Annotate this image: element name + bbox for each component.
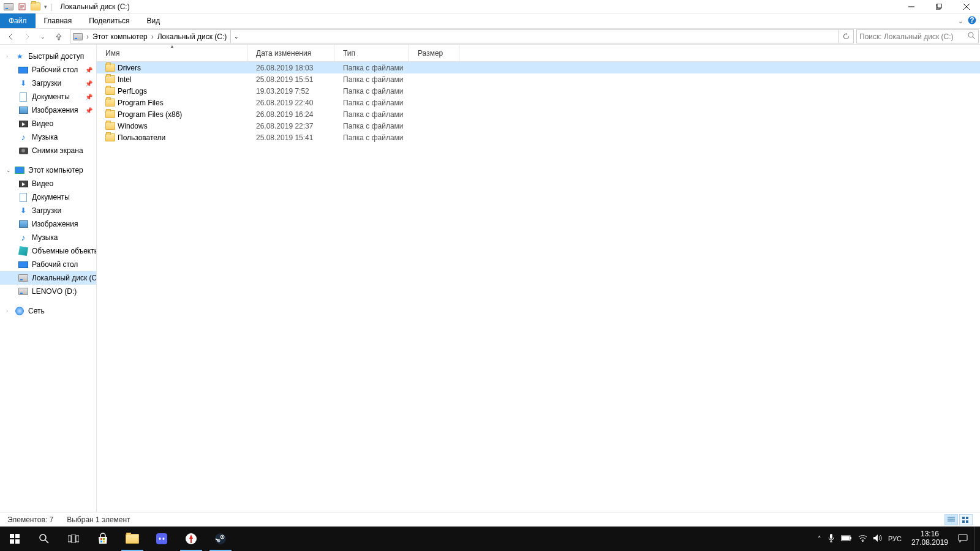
svg-rect-2 (937, 4, 941, 8)
desktop-icon (18, 65, 28, 75)
cube-icon (18, 246, 28, 256)
tray-language[interactable]: РУС (888, 535, 902, 542)
svg-rect-15 (68, 536, 71, 542)
nav-label: Рабочий стол (32, 260, 78, 269)
column-name[interactable]: ▴Имя (97, 45, 247, 61)
tab-file[interactable]: Файл (0, 13, 36, 28)
show-desktop-button[interactable] (974, 527, 978, 551)
nav-pc-downloads[interactable]: ⬇Загрузки (0, 204, 96, 217)
breadcrumb-current[interactable]: Локальный диск (C:) (157, 32, 227, 41)
recent-dropdown-icon[interactable]: ⌄ (36, 29, 50, 44)
chevron-right-icon[interactable]: › (151, 32, 154, 41)
file-date: 26.08.2019 22:37 (256, 122, 313, 130)
nav-pc-documents[interactable]: Документы (0, 190, 96, 204)
help-icon[interactable]: ? (968, 16, 976, 26)
file-row[interactable]: Intel25.08.2019 15:51Папка с файлами (97, 73, 980, 85)
search-button[interactable] (29, 527, 59, 551)
svg-point-24 (163, 538, 165, 540)
column-label: Размер (418, 49, 443, 58)
nav-pc-music[interactable]: ♪Музыка (0, 231, 96, 244)
up-button[interactable] (51, 29, 66, 44)
address-dropdown-icon[interactable]: ⌄ (230, 30, 241, 43)
nav-desktop[interactable]: Рабочий стол📌 (0, 63, 96, 77)
column-size[interactable]: Размер (409, 45, 459, 61)
icons-view-button[interactable] (959, 514, 973, 525)
svg-text:?: ? (970, 16, 974, 24)
nav-screenshots[interactable]: Снимки экрана (0, 144, 96, 157)
taskbar-steam[interactable] (206, 527, 235, 551)
folder-icon (31, 2, 40, 12)
svg-rect-9 (966, 520, 968, 523)
qat-dropdown-icon[interactable]: ▾ (44, 4, 47, 10)
back-button[interactable] (4, 29, 18, 44)
file-row[interactable]: Drivers26.08.2019 18:03Папка с файлами (97, 62, 980, 73)
column-type[interactable]: Тип (334, 45, 409, 61)
folder-icon (105, 86, 115, 96)
tray-chevron-up-icon[interactable]: ˄ (818, 535, 821, 543)
tray-microphone-icon[interactable] (827, 534, 835, 544)
ribbon-expand-icon[interactable]: ⌄ (958, 18, 963, 24)
file-list: Drivers26.08.2019 18:03Папка с файламиIn… (97, 62, 980, 512)
column-date[interactable]: Дата изменения (247, 45, 334, 61)
tray-notifications-icon[interactable] (958, 533, 968, 545)
file-name: Program Files (118, 99, 164, 107)
nav-label: Видео (32, 119, 53, 128)
nav-pc-3d[interactable]: Объемные объекты (0, 244, 96, 258)
nav-pc-video[interactable]: Видео (0, 177, 96, 190)
file-type: Папка с файлами (343, 133, 404, 142)
nav-network[interactable]: › Сеть (0, 304, 96, 318)
tray-wifi-icon[interactable] (858, 534, 867, 544)
file-row[interactable]: PerfLogs19.03.2019 7:52Папка с файлами (97, 85, 980, 97)
nav-video[interactable]: Видео (0, 117, 96, 130)
tray-volume-icon[interactable] (873, 534, 882, 544)
taskbar-explorer[interactable] (118, 527, 147, 551)
nav-pc-ddrive[interactable]: LENOVO (D:) (0, 285, 96, 298)
file-row[interactable]: Program Files (x86)26.08.2019 16:24Папка… (97, 108, 980, 120)
tray-battery-icon[interactable] (841, 534, 852, 543)
file-row[interactable]: Program Files26.08.2019 22:40Папка с фай… (97, 97, 980, 108)
file-date: 26.08.2019 22:40 (256, 99, 313, 107)
nav-quick-access[interactable]: › ★ Быстрый доступ (0, 50, 96, 63)
tab-view[interactable]: Вид (138, 13, 168, 28)
breadcrumb-this-pc[interactable]: Этот компьютер (92, 32, 148, 41)
task-view-button[interactable] (59, 527, 88, 551)
search-box[interactable]: Поиск: Локальный диск (C:) (856, 29, 979, 43)
pin-icon: 📌 (85, 94, 92, 100)
taskbar-yandex[interactable] (176, 527, 206, 551)
properties-icon[interactable] (17, 2, 27, 12)
taskbar-discord[interactable] (147, 527, 176, 551)
tab-share[interactable]: Поделиться (80, 13, 138, 28)
nav-pictures[interactable]: Изображения📌 (0, 103, 96, 117)
svg-rect-16 (72, 534, 75, 543)
refresh-button[interactable] (839, 30, 853, 43)
nav-pc-pictures[interactable]: Изображения (0, 217, 96, 231)
file-name: PerfLogs (118, 87, 147, 96)
nav-label: Снимки экрана (32, 146, 83, 155)
file-row[interactable]: Windows26.08.2019 22:37Папка с файлами (97, 120, 980, 132)
taskbar-store[interactable] (88, 527, 118, 551)
start-button[interactable] (0, 527, 29, 551)
close-button[interactable] (952, 0, 980, 13)
navigation-pane: › ★ Быстрый доступ Рабочий стол📌 ⬇Загруз… (0, 45, 97, 512)
maximize-button[interactable] (925, 0, 952, 13)
address-box[interactable]: › Этот компьютер › Локальный диск (C:) ⌄ (70, 29, 854, 43)
tab-home[interactable]: Главная (36, 13, 81, 28)
tray-clock[interactable]: 13:16 27.08.2019 (908, 530, 952, 547)
file-row[interactable]: Пользователи25.08.2019 15:41Папка с файл… (97, 132, 980, 143)
svg-rect-6 (962, 517, 965, 519)
details-view-button[interactable] (944, 514, 958, 525)
file-type: Папка с файлами (343, 99, 404, 107)
chevron-right-icon[interactable]: › (86, 32, 89, 41)
forward-button[interactable] (20, 29, 34, 44)
nav-documents[interactable]: Документы📌 (0, 90, 96, 103)
nav-pc-cdrive[interactable]: Локальный диск (C:) (0, 271, 96, 285)
system-tray: ˄ РУС 13:16 27.08.2019 (818, 527, 980, 551)
nav-pc-desktop[interactable]: Рабочий стол (0, 258, 96, 271)
nav-music[interactable]: ♪Музыка (0, 130, 96, 144)
file-name: Windows (118, 122, 148, 130)
nav-downloads[interactable]: ⬇Загрузки📌 (0, 77, 96, 90)
nav-this-pc[interactable]: ⌄ Этот компьютер (0, 163, 96, 177)
minimize-button[interactable] (897, 0, 925, 13)
search-icon[interactable] (968, 32, 976, 42)
svg-point-23 (159, 538, 161, 540)
